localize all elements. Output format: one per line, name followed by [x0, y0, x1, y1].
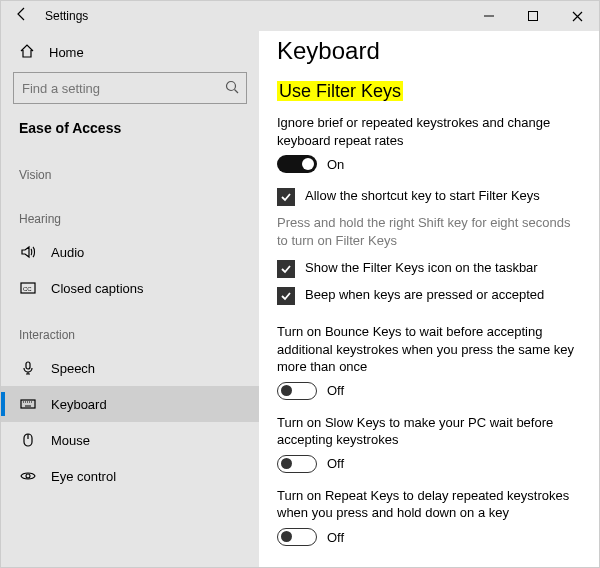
sidebar-item-label: Mouse [51, 433, 90, 448]
bounce-keys-state: Off [327, 383, 344, 398]
sidebar-category: Ease of Access [1, 114, 259, 146]
svg-point-16 [26, 474, 30, 478]
titlebar: Settings [1, 1, 599, 31]
main-content: Keyboard Use Filter Keys Ignore brief or… [259, 31, 599, 567]
maximize-button[interactable] [511, 1, 555, 31]
sidebar-section-hearing: Hearing [1, 190, 259, 234]
sidebar-item-label: Keyboard [51, 397, 107, 412]
taskbar-icon-checkbox[interactable] [277, 260, 295, 278]
slow-keys-state: Off [327, 456, 344, 471]
sidebar-home-label: Home [49, 45, 84, 60]
sidebar-item-speech[interactable]: Speech [1, 350, 259, 386]
shortcut-checkbox-label: Allow the shortcut key to start Filter K… [305, 187, 540, 205]
repeat-keys-state: Off [327, 530, 344, 545]
minimize-button[interactable] [467, 1, 511, 31]
sidebar-item-mouse[interactable]: Mouse [1, 422, 259, 458]
keyboard-icon [19, 396, 37, 412]
svg-rect-7 [21, 400, 35, 408]
home-icon [19, 43, 35, 62]
filter-keys-heading: Use Filter Keys [277, 81, 403, 102]
taskbar-icon-checkbox-label: Show the Filter Keys icon on the taskbar [305, 259, 538, 277]
bounce-keys-toggle[interactable] [277, 382, 317, 400]
svg-rect-1 [529, 12, 538, 21]
microphone-icon [19, 360, 37, 376]
filter-keys-toggle[interactable] [277, 155, 317, 173]
shortcut-checkbox[interactable] [277, 188, 295, 206]
sidebar-item-label: Audio [51, 245, 84, 260]
sidebar-item-closed-captions[interactable]: CC Closed captions [1, 270, 259, 306]
sidebar-section-vision: Vision [1, 146, 259, 190]
sidebar-section-interaction: Interaction [1, 306, 259, 350]
filter-keys-toggle-state: On [327, 157, 344, 172]
sidebar-home[interactable]: Home [1, 35, 259, 72]
repeat-keys-desc: Turn on Repeat Keys to delay repeated ke… [277, 487, 577, 522]
svg-text:CC: CC [23, 286, 32, 292]
sidebar-item-label: Closed captions [51, 281, 144, 296]
slow-keys-toggle[interactable] [277, 455, 317, 473]
repeat-keys-toggle[interactable] [277, 528, 317, 546]
back-button[interactable] [1, 6, 43, 26]
eye-icon [19, 468, 37, 484]
slow-keys-desc: Turn on Slow Keys to make your PC wait b… [277, 414, 577, 449]
page-title: Keyboard [277, 37, 589, 65]
audio-icon [19, 244, 37, 260]
search-input[interactable] [13, 72, 247, 104]
mouse-icon [19, 432, 37, 448]
sidebar-item-eye-control[interactable]: Eye control [1, 458, 259, 494]
sidebar-item-label: Speech [51, 361, 95, 376]
window-title: Settings [45, 9, 88, 23]
sidebar: Home Ease of Access Vision Hearing Audio… [1, 31, 259, 567]
beep-checkbox[interactable] [277, 287, 295, 305]
sidebar-item-keyboard[interactable]: Keyboard [1, 386, 259, 422]
sidebar-item-label: Eye control [51, 469, 116, 484]
close-button[interactable] [555, 1, 599, 31]
svg-rect-6 [26, 362, 30, 369]
sidebar-item-audio[interactable]: Audio [1, 234, 259, 270]
beep-checkbox-label: Beep when keys are pressed or accepted [305, 286, 544, 304]
filter-keys-desc: Ignore brief or repeated keystrokes and … [277, 114, 577, 149]
cc-icon: CC [19, 280, 37, 296]
bounce-keys-desc: Turn on Bounce Keys to wait before accep… [277, 323, 577, 376]
shortcut-help-text: Press and hold the right Shift key for e… [277, 214, 577, 249]
